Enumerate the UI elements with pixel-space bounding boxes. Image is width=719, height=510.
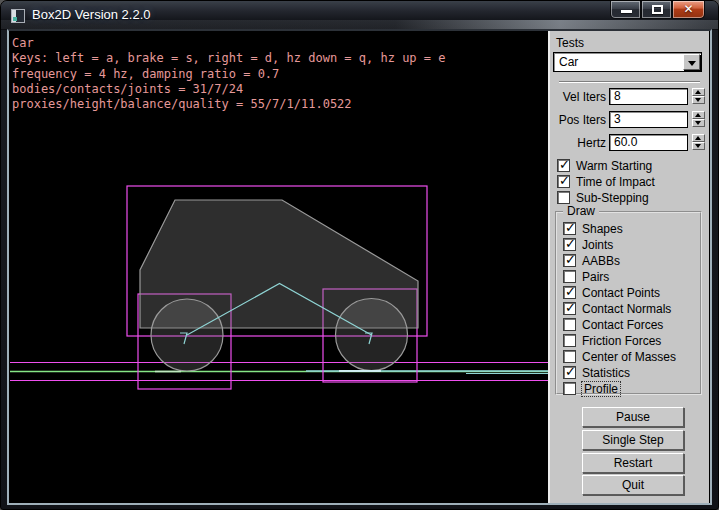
pos-iters-input[interactable]: 3 — [609, 111, 688, 128]
pos-iters-label: Pos Iters — [559, 113, 606, 127]
pause-button[interactable]: Pause — [582, 407, 684, 427]
separator — [559, 81, 700, 83]
chevron-down-icon — [688, 61, 696, 66]
hertz-row: Hertz 60.0 — [550, 134, 711, 152]
restart-button[interactable]: Restart — [582, 453, 684, 473]
checkbox-box — [563, 270, 576, 283]
checkbox-label: Center of Masses — [582, 350, 676, 364]
checkbox-box — [557, 191, 570, 204]
maximize-button[interactable] — [641, 1, 672, 19]
checkbox-label: Pairs — [582, 270, 609, 284]
app-window: Box2D Version 2.2.0 ✕ Car Keys: left = a… — [0, 0, 719, 510]
vel-iters-down-button[interactable] — [692, 96, 705, 104]
check-icon: ✓ — [565, 364, 576, 379]
checkbox-box: ✓ — [563, 254, 576, 267]
pos-iters-stepper — [692, 111, 705, 128]
checkbox-label: Time of Impact — [576, 175, 655, 189]
control-panel: Tests Car Vel Iters 8 Pos Iters 3 — [548, 31, 709, 503]
arrow-up-icon — [695, 90, 701, 94]
arrow-up-icon — [695, 113, 701, 117]
arrow-down-icon — [695, 98, 701, 102]
checkbox-box — [563, 350, 576, 363]
minimize-icon — [621, 10, 632, 13]
check-icon: ✓ — [565, 220, 576, 235]
checkbox-box: ✓ — [563, 286, 576, 299]
tests-label: Tests — [556, 36, 584, 50]
vel-iters-label: Vel Iters — [563, 90, 606, 104]
arrow-up-icon — [695, 136, 701, 140]
checkbox-label: Shapes — [582, 222, 623, 236]
check-icon: ✓ — [559, 173, 570, 188]
check-icon: ✓ — [559, 157, 570, 172]
check-icon: ✓ — [565, 236, 576, 251]
hertz-input[interactable]: 60.0 — [609, 134, 688, 151]
checkbox-box: ✓ — [563, 366, 576, 379]
quit-button[interactable]: Quit — [582, 475, 684, 495]
pos-iters-row: Pos Iters 3 — [550, 111, 711, 129]
close-button[interactable]: ✕ — [672, 1, 705, 19]
arrow-down-icon — [695, 144, 701, 148]
app-icon — [11, 9, 25, 23]
pos-iters-up-button[interactable] — [692, 111, 705, 119]
check-icon: ✓ — [565, 252, 576, 267]
checkbox-label: Contact Normals — [582, 302, 671, 316]
vel-iters-row: Vel Iters 8 — [550, 88, 711, 106]
test-select-dropdown[interactable]: Car — [553, 52, 702, 72]
hertz-up-button[interactable] — [692, 134, 705, 142]
pos-iters-down-button[interactable] — [692, 119, 705, 127]
checkbox-box: ✓ — [563, 222, 576, 235]
checkbox-box: ✓ — [563, 302, 576, 315]
checkbox-label: AABBs — [582, 254, 620, 268]
debug-draw-scene — [9, 31, 548, 503]
window-title: Box2D Version 2.2.0 — [32, 1, 151, 30]
minimize-button[interactable] — [610, 1, 641, 19]
checkbox-box — [563, 318, 576, 331]
close-icon: ✕ — [673, 2, 704, 16]
vel-iters-up-button[interactable] — [692, 88, 705, 96]
vel-iters-input[interactable]: 8 — [609, 88, 688, 105]
test-select-value: Car — [559, 55, 578, 69]
screenshot-root: Box2D Version 2.2.0 ✕ Car Keys: left = a… — [0, 0, 719, 510]
arrow-down-icon — [695, 121, 701, 125]
caption-button-group: ✕ — [610, 1, 705, 20]
checkbox-label: Sub-Stepping — [576, 191, 649, 205]
checkbox-label: Statistics — [582, 366, 630, 380]
maximize-icon — [652, 5, 663, 14]
checkbox-label: Warm Starting — [576, 159, 652, 173]
checkbox-label: Friction Forces — [582, 334, 661, 348]
check-icon: ✓ — [565, 284, 576, 299]
checkbox-box — [563, 334, 576, 347]
single-step-button[interactable]: Single Step — [582, 430, 684, 450]
hertz-stepper — [692, 134, 705, 151]
vel-iters-stepper — [692, 88, 705, 105]
draw-group-title: Draw — [563, 205, 599, 218]
hertz-label: Hertz — [577, 136, 606, 150]
title-bar[interactable]: Box2D Version 2.2.0 ✕ — [1, 1, 718, 30]
checkbox-box: ✓ — [563, 238, 576, 251]
hertz-down-button[interactable] — [692, 142, 705, 150]
check-icon: ✓ — [565, 300, 576, 315]
dropdown-arrow-button[interactable] — [683, 54, 700, 70]
checkbox-label: Contact Points — [582, 286, 660, 300]
checkbox-box: ✓ — [557, 159, 570, 172]
checkbox-box — [563, 382, 576, 395]
checkbox-label: Profile — [582, 382, 620, 396]
simulation-canvas[interactable]: Car Keys: left = a, brake = s, right = d… — [9, 31, 548, 503]
checkbox-label: Contact Forces — [582, 318, 663, 332]
checkbox-box: ✓ — [557, 175, 570, 188]
checkbox-label: Joints — [582, 238, 613, 252]
